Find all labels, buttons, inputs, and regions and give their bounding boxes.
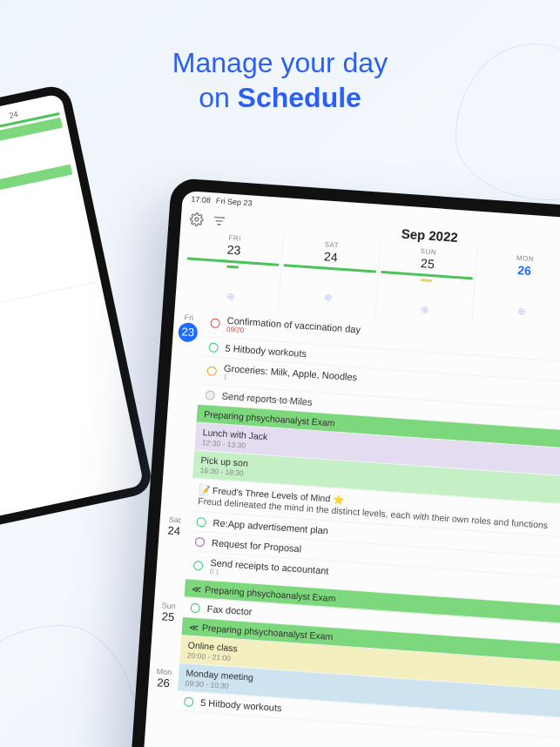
app-screen: 17:08 Fri Sep 23 Sep 2022 FRI 23 ⊕ SAT 2… [142, 191, 560, 747]
weekday-col-today[interactable]: MON 26 ⊕ [471, 250, 560, 332]
add-icon[interactable]: ⊕ [182, 287, 279, 306]
day-label: Sun 25 [150, 596, 184, 663]
add-icon[interactable]: ⊕ [376, 301, 473, 320]
tablet-left-screen: 2324 t Exam Re:App advertisement Request… [0, 93, 144, 525]
status-date: Fri Sep 23 [216, 197, 253, 208]
left-day-b: 24 [9, 110, 19, 120]
task-checkbox[interactable] [206, 366, 217, 376]
agenda-list[interactable]: Fri 23 Confirmation of vaccination day09… [142, 307, 560, 747]
day-items: Confirmation of vaccination day09/20 5 H… [190, 309, 560, 544]
day-num: 25 [152, 609, 183, 624]
day-num: 24 [159, 523, 189, 538]
settings-icon[interactable] [189, 211, 204, 227]
task-checkbox[interactable] [210, 318, 220, 328]
day-num: 23 [178, 322, 198, 342]
day-dow: Fri [184, 313, 193, 322]
task-checkbox[interactable] [205, 390, 215, 400]
status-time: 17:08 [191, 195, 211, 205]
headline-bold: Schedule [238, 82, 361, 113]
task-checkbox[interactable] [195, 536, 206, 547]
week-event-dash [421, 279, 433, 282]
headline-prefix: on [199, 82, 237, 113]
day-label: Mon 26 [146, 662, 179, 711]
svg-line-1 [214, 217, 225, 218]
decor-blob-bottom [0, 625, 139, 747]
task-checkbox[interactable] [190, 602, 200, 613]
weekday-col[interactable]: SAT 24 ⊕ [278, 236, 380, 318]
day-num: 26 [148, 676, 179, 690]
day-section-fri: Fri 23 Confirmation of vaccination day09… [161, 307, 560, 544]
headline-line1: Manage your day [172, 47, 388, 78]
task-checkbox[interactable] [208, 342, 219, 353]
note-icon: 📝 [199, 484, 213, 495]
headline: Manage your day on Schedule [0, 45, 560, 115]
weekday-col[interactable]: FRI 23 ⊕ [182, 229, 283, 310]
week-event-dash [226, 266, 239, 269]
add-icon[interactable]: ⊕ [280, 289, 376, 307]
tablet-left-mock: 2324 t Exam Re:App advertisement Request… [0, 83, 154, 535]
svg-line-2 [216, 220, 223, 221]
filter-icon[interactable] [212, 212, 226, 228]
tablet-main: 17:08 Fri Sep 23 Sep 2022 FRI 23 ⊕ SAT 2… [129, 178, 560, 747]
weekday-col[interactable]: SUN 25 ⊕ [374, 243, 476, 325]
task-checkbox[interactable] [184, 697, 194, 707]
task-checkbox[interactable] [193, 561, 204, 571]
svg-point-0 [195, 218, 199, 221]
task-checkbox[interactable] [196, 516, 206, 527]
add-icon[interactable]: ⊕ [473, 302, 560, 320]
